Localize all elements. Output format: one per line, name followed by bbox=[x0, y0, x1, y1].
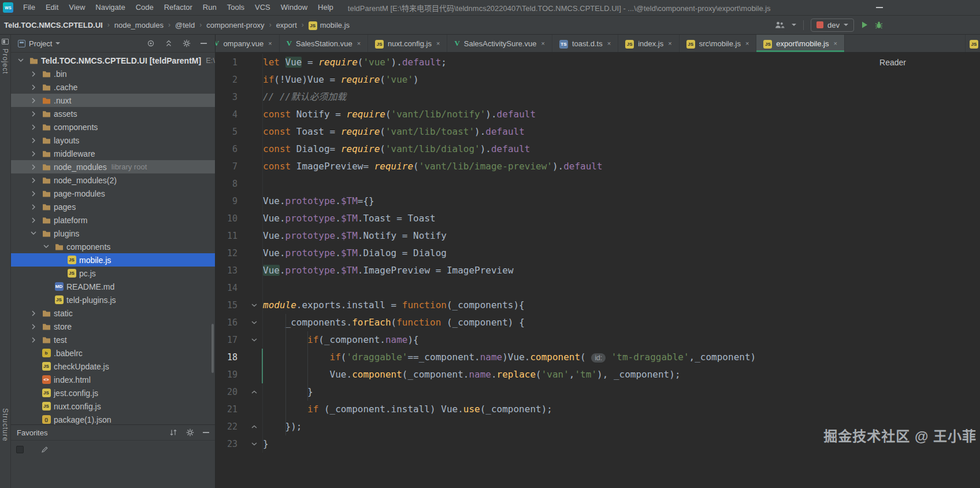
tree-expand-icon[interactable] bbox=[27, 191, 40, 197]
tree-expand-icon[interactable] bbox=[27, 231, 40, 235]
code-line-3[interactable]: 3// //默认必须加载 bbox=[216, 88, 980, 106]
tree-item-nuxt[interactable]: .nuxt bbox=[11, 94, 215, 107]
tree-scrollbar[interactable] bbox=[211, 324, 214, 373]
line-number[interactable]: 6 bbox=[216, 141, 237, 158]
close-icon[interactable]: × bbox=[668, 40, 671, 47]
tree-expand-icon[interactable] bbox=[27, 98, 40, 103]
breadcrumb-node-modules[interactable]: node_modules bbox=[114, 21, 164, 29]
tree-item-middleware[interactable]: middleware bbox=[11, 147, 215, 160]
menu-help[interactable]: Help bbox=[313, 0, 339, 16]
tree-item-index-html[interactable]: <>index.html bbox=[11, 373, 215, 386]
tree-expand-icon[interactable] bbox=[40, 245, 53, 249]
line-number[interactable]: 23 bbox=[216, 435, 237, 453]
tree-item-checkupdate-js[interactable]: JScheckUpdate.js bbox=[11, 360, 215, 373]
tree-item-readme-md[interactable]: MDREADME.md bbox=[11, 280, 215, 293]
tree-item-plugins[interactable]: plugins bbox=[11, 227, 215, 240]
code-line-4[interactable]: 4const Notify = require('vant/lib/notify… bbox=[216, 106, 980, 123]
stripe-tab-project[interactable]: Project bbox=[1, 49, 9, 74]
code-line-16[interactable]: 16 _components.forEach(function (_compon… bbox=[216, 314, 980, 331]
tree-expand-icon[interactable] bbox=[27, 111, 40, 117]
sort-icon[interactable] bbox=[169, 428, 177, 437]
menu-vcs[interactable]: VCS bbox=[250, 0, 276, 16]
line-number[interactable]: 18 bbox=[216, 349, 237, 366]
chevron-down-icon[interactable] bbox=[792, 24, 796, 26]
chevron-down-icon[interactable] bbox=[55, 42, 60, 45]
run-button[interactable] bbox=[861, 21, 868, 29]
code-line-20[interactable]: 20 } bbox=[216, 383, 980, 401]
tree-item-package-1-json[interactable]: {}package(1).json bbox=[11, 413, 215, 424]
tree-expand-icon[interactable] bbox=[27, 151, 40, 157]
favorites-title[interactable]: Favorites bbox=[17, 428, 47, 437]
fold-icon[interactable] bbox=[250, 314, 258, 331]
line-number[interactable]: 21 bbox=[216, 401, 237, 418]
tree-item-jest-config-js[interactable]: JSjest.config.js bbox=[11, 386, 215, 400]
code-line-10[interactable]: 10Vue.prototype.$TM.Toast = Toast bbox=[216, 210, 980, 227]
tree-item-pc-js[interactable]: JSpc.js bbox=[11, 267, 215, 280]
code-line-17[interactable]: 17 if(_component.name){ bbox=[216, 331, 980, 349]
line-number[interactable]: 15 bbox=[216, 297, 237, 314]
fold-icon[interactable] bbox=[250, 435, 258, 453]
breadcrumb-export[interactable]: export bbox=[276, 21, 297, 29]
close-icon[interactable]: × bbox=[541, 40, 545, 47]
tree-item-static[interactable]: static bbox=[11, 306, 215, 320]
tree-item-teld-plugins-js[interactable]: JSteld-plugins.js bbox=[11, 293, 215, 306]
close-icon[interactable]: × bbox=[268, 40, 272, 47]
tree-item-components[interactable]: components bbox=[11, 120, 215, 134]
tree-item-mobile-js[interactable]: JSmobile.js bbox=[11, 253, 215, 267]
close-icon[interactable]: × bbox=[357, 40, 361, 47]
code-line-14[interactable]: 14 bbox=[216, 279, 980, 297]
reader-mode-label[interactable]: Reader bbox=[879, 58, 906, 67]
menu-navigate[interactable]: Navigate bbox=[90, 0, 130, 16]
tree-expand-icon[interactable] bbox=[27, 310, 40, 316]
line-number[interactable]: 22 bbox=[216, 418, 237, 435]
tree-item-assets[interactable]: assets bbox=[11, 107, 215, 120]
fold-icon[interactable] bbox=[250, 383, 258, 401]
code-line-15[interactable]: 15module.exports.install = function(_com… bbox=[216, 297, 980, 314]
menu-window[interactable]: Window bbox=[276, 0, 313, 16]
editor-tab-toast-d-ts[interactable]: TStoast.d.ts× bbox=[552, 35, 618, 52]
code-line-9[interactable]: 9Vue.prototype.$TM={} bbox=[216, 193, 980, 210]
code-line-21[interactable]: 21 if (_component.install) Vue.use(_comp… bbox=[216, 401, 980, 418]
code-line-6[interactable]: 6const Dialog= require('vant/lib/dialog'… bbox=[216, 141, 980, 158]
settings-icon[interactable] bbox=[186, 428, 194, 437]
tree-expand-icon[interactable] bbox=[27, 124, 40, 130]
menu-tools[interactable]: Tools bbox=[222, 0, 250, 16]
editor-tab-ompany-vue[interactable]: Vompany.vue× bbox=[216, 35, 280, 52]
close-icon[interactable]: × bbox=[745, 40, 749, 47]
code-line-13[interactable]: 13Vue.prototype.$TM.ImagePreview = Image… bbox=[216, 262, 980, 279]
minimize-button[interactable] bbox=[876, 7, 883, 8]
tree-item-test[interactable]: test bbox=[11, 333, 215, 346]
line-number[interactable]: 3 bbox=[216, 88, 237, 106]
line-number[interactable]: 13 bbox=[216, 262, 237, 279]
line-number[interactable]: 14 bbox=[216, 279, 237, 297]
editor-tab-salesactivitysure-vue[interactable]: VSalesActivitySure.vue× bbox=[447, 35, 552, 52]
line-number[interactable]: 16 bbox=[216, 314, 237, 331]
breadcrumb-teld-toc-nmcs-cpteld-ui[interactable]: Teld.TOC.NMCS.CPTELD.UI bbox=[4, 21, 103, 29]
menu-refactor[interactable]: Refactor bbox=[159, 0, 198, 16]
edit-icon[interactable] bbox=[41, 446, 49, 453]
editor-tab-index-js[interactable]: JSindex.js× bbox=[618, 35, 680, 52]
users-icon[interactable] bbox=[775, 21, 785, 29]
tree-item-bin[interactable]: .bin bbox=[11, 67, 215, 80]
editor-tab-hidden[interactable]: JS bbox=[965, 35, 980, 52]
tree-item-layouts[interactable]: layouts bbox=[11, 134, 215, 147]
tree-expand-icon[interactable] bbox=[14, 58, 27, 62]
fold-icon[interactable] bbox=[250, 331, 258, 349]
tree-item-cache[interactable]: .cache bbox=[11, 80, 215, 94]
menu-view[interactable]: View bbox=[64, 0, 90, 16]
close-icon[interactable]: × bbox=[833, 40, 837, 47]
menu-file[interactable]: File bbox=[18, 0, 40, 16]
debug-button[interactable] bbox=[875, 21, 883, 29]
project-view-selector[interactable]: Project bbox=[29, 39, 52, 48]
code-line-8[interactable]: 8 bbox=[216, 175, 980, 193]
tree-item-babelrc[interactable]: b.babelrc bbox=[11, 346, 215, 360]
code-line-12[interactable]: 12Vue.prototype.$TM.Dialog = Dialog bbox=[216, 245, 980, 262]
tree-expand-icon[interactable] bbox=[27, 204, 40, 210]
line-number[interactable]: 1 bbox=[216, 54, 237, 71]
editor-tab-export-mobile-js[interactable]: JSexport\mobile.js× bbox=[756, 35, 844, 52]
tree-expand-icon[interactable] bbox=[27, 217, 40, 223]
tree-item-node-modules-2[interactable]: node_modules(2) bbox=[11, 173, 215, 187]
tree-item-node-modules[interactable]: node_moduleslibrary root bbox=[11, 160, 215, 173]
line-number[interactable]: 2 bbox=[216, 71, 237, 88]
tree-expand-icon[interactable] bbox=[27, 337, 40, 343]
